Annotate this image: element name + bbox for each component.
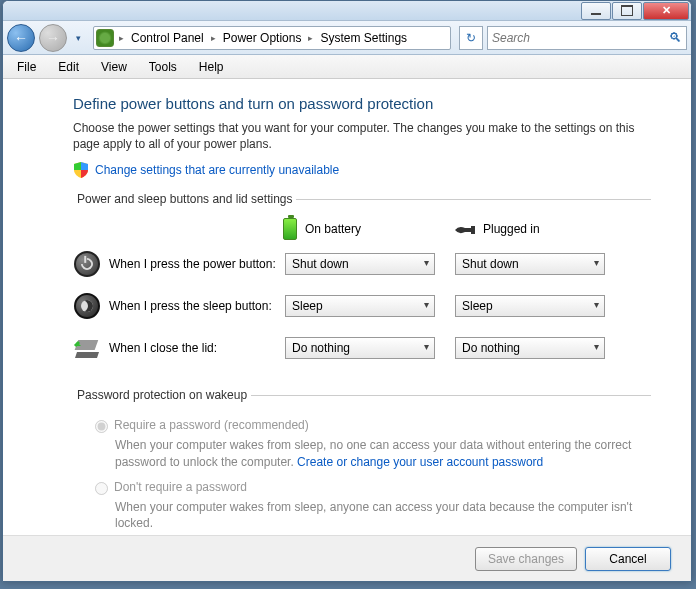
fieldset-legend: Password protection on wakeup [73, 388, 251, 402]
close-button[interactable] [643, 2, 689, 20]
menu-file[interactable]: File [7, 58, 46, 76]
search-input[interactable] [492, 31, 669, 45]
radio-require-password: Require a password (recommended) [95, 418, 651, 433]
dont-require-password-description: When your computer wakes from sleep, any… [115, 499, 651, 531]
power-button-icon [73, 250, 101, 278]
plug-icon [453, 223, 475, 235]
column-on-battery: On battery [283, 218, 433, 240]
row-power-button: When I press the power button: Shut down… [73, 250, 651, 278]
row-sleep-button: When I press the sleep button: Sleep Sle… [73, 292, 651, 320]
breadcrumb-control-panel[interactable]: Control Panel [127, 27, 208, 49]
sleep-button-icon [73, 292, 101, 320]
require-password-description: When your computer wakes from sleep, no … [115, 437, 651, 469]
row-close-lid: When I close the lid: Do nothing Do noth… [73, 334, 651, 362]
menu-view[interactable]: View [91, 58, 137, 76]
navigation-bar: ← → ▾ ▸ Control Panel ▸ Power Options ▸ … [3, 21, 691, 55]
power-button-plugged-select[interactable]: Shut down [455, 253, 605, 275]
power-plan-icon [96, 29, 114, 47]
radio-label: Require a password (recommended) [114, 418, 309, 432]
radio-require-password-input [95, 420, 108, 433]
battery-icon [283, 218, 297, 240]
chevron-right-icon: ▸ [208, 33, 219, 43]
maximize-button[interactable] [612, 2, 642, 20]
column-plugged-in: Plugged in [453, 218, 603, 240]
forward-button[interactable]: → [39, 24, 67, 52]
lid-plugged-select[interactable]: Do nothing [455, 337, 605, 359]
footer: Save changes Cancel [3, 535, 691, 581]
shield-icon [73, 162, 89, 178]
fieldset-password-protection: Password protection on wakeup Require a … [73, 388, 651, 535]
menu-bar: File Edit View Tools Help [3, 55, 691, 79]
chevron-right-icon: ▸ [116, 33, 127, 43]
refresh-button[interactable]: ↻ [459, 26, 483, 50]
page-title: Define power buttons and turn on passwor… [73, 95, 651, 112]
page-description: Choose the power settings that you want … [73, 120, 651, 152]
breadcrumb[interactable]: ▸ Control Panel ▸ Power Options ▸ System… [93, 26, 451, 50]
search-icon: 🔍︎ [669, 30, 682, 45]
row-label: When I press the power button: [109, 257, 285, 271]
lid-battery-select[interactable]: Do nothing [285, 337, 435, 359]
column-label: On battery [305, 222, 361, 236]
menu-tools[interactable]: Tools [139, 58, 187, 76]
row-label: When I close the lid: [109, 341, 285, 355]
radio-label: Don't require a password [114, 480, 247, 494]
radio-dont-require-password-input [95, 482, 108, 495]
fieldset-power-sleep-lid: Power and sleep buttons and lid settings… [73, 192, 651, 376]
chevron-right-icon: ▸ [305, 33, 316, 43]
radio-dont-require-password: Don't require a password [95, 480, 651, 495]
power-button-battery-select[interactable]: Shut down [285, 253, 435, 275]
breadcrumb-system-settings[interactable]: System Settings [316, 27, 411, 49]
sleep-button-battery-select[interactable]: Sleep [285, 295, 435, 317]
column-label: Plugged in [483, 222, 540, 236]
minimize-button[interactable] [581, 2, 611, 20]
row-label: When I press the sleep button: [109, 299, 285, 313]
search-box[interactable]: 🔍︎ [487, 26, 687, 50]
titlebar [3, 1, 691, 21]
back-button[interactable]: ← [7, 24, 35, 52]
cancel-button[interactable]: Cancel [585, 547, 671, 571]
sleep-button-plugged-select[interactable]: Sleep [455, 295, 605, 317]
menu-help[interactable]: Help [189, 58, 234, 76]
breadcrumb-power-options[interactable]: Power Options [219, 27, 306, 49]
window: ← → ▾ ▸ Control Panel ▸ Power Options ▸ … [2, 0, 692, 582]
change-settings-link[interactable]: Change settings that are currently unava… [95, 163, 339, 177]
history-dropdown[interactable]: ▾ [71, 29, 85, 47]
content-area: Define power buttons and turn on passwor… [3, 79, 691, 535]
fieldset-legend: Power and sleep buttons and lid settings [73, 192, 296, 206]
save-changes-button[interactable]: Save changes [475, 547, 577, 571]
menu-edit[interactable]: Edit [48, 58, 89, 76]
lid-icon [73, 334, 101, 362]
create-password-link[interactable]: Create or change your user account passw… [297, 455, 543, 469]
